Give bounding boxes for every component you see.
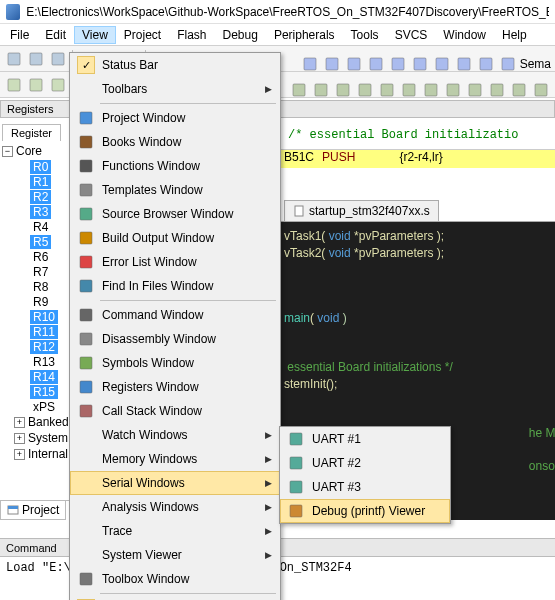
tool-btn-5[interactable] — [410, 54, 430, 74]
reset-button[interactable] — [4, 75, 24, 95]
tool-btn-1[interactable] — [322, 54, 342, 74]
menu-window[interactable]: Window — [435, 26, 494, 44]
dbg-btn-9[interactable] — [487, 80, 507, 100]
svg-rect-20 — [80, 160, 92, 172]
register-tab[interactable]: Register — [2, 124, 61, 141]
menu-icon — [74, 495, 98, 519]
menu-project[interactable]: Project — [116, 26, 169, 44]
menu-debug[interactable]: Debug — [215, 26, 266, 44]
menu-item-label: Templates Window — [102, 183, 272, 197]
tool-btn-3[interactable] — [366, 54, 386, 74]
view-menu-dropdown: ✓Status BarToolbars▶Project WindowBooks … — [69, 52, 281, 600]
svg-rect-2 — [52, 53, 64, 65]
dbg-btn-6[interactable] — [421, 80, 441, 100]
submenu-icon — [284, 427, 308, 451]
menu-item-toolbars[interactable]: Toolbars▶ — [70, 77, 280, 101]
menu-flash[interactable]: Flash — [169, 26, 214, 44]
submenu-item-uart-1[interactable]: UART #1 — [280, 427, 450, 451]
run-button[interactable] — [26, 75, 46, 95]
menu-item-call-stack-window[interactable]: Call Stack Window — [70, 399, 280, 423]
menu-item-templates-window[interactable]: Templates Window — [70, 178, 280, 202]
expand-icon[interactable]: + — [14, 433, 25, 444]
project-tab[interactable]: Project — [0, 501, 66, 520]
menu-item-status-bar[interactable]: ✓Status Bar — [70, 53, 280, 77]
menu-view[interactable]: View — [74, 26, 116, 44]
save-button[interactable] — [48, 49, 68, 69]
submenu-item-uart-3[interactable]: UART #3 — [280, 475, 450, 499]
dbg-btn-4[interactable] — [377, 80, 397, 100]
svg-rect-54 — [469, 84, 481, 96]
menu-peripherals[interactable]: Peripherals — [266, 26, 343, 44]
dbg-btn-7[interactable] — [443, 80, 463, 100]
tool-btn-9[interactable] — [498, 54, 518, 74]
dbg-btn-0[interactable] — [289, 80, 309, 100]
dbg-btn-8[interactable] — [465, 80, 485, 100]
menu-icon — [74, 274, 98, 298]
register-name: R10 — [30, 310, 58, 324]
menu-item-label: Status Bar — [102, 58, 272, 72]
svg-rect-22 — [80, 208, 92, 220]
open-button[interactable] — [26, 49, 46, 69]
menu-item-analysis-windows[interactable]: Analysis Windows▶ — [70, 495, 280, 519]
svg-rect-46 — [293, 84, 305, 96]
menu-item-command-window[interactable]: Command Window — [70, 303, 280, 327]
tool-btn-8[interactable] — [476, 54, 496, 74]
menu-item-functions-window[interactable]: Functions Window — [70, 154, 280, 178]
menu-item-registers-window[interactable]: Registers Window — [70, 375, 280, 399]
menu-item-find-in-files-window[interactable]: Find In Files Window — [70, 274, 280, 298]
tool-btn-4[interactable] — [388, 54, 408, 74]
register-name: R15 — [30, 385, 58, 399]
menu-file[interactable]: File — [2, 26, 37, 44]
dbg-btn-10[interactable] — [509, 80, 529, 100]
svg-rect-16 — [8, 506, 18, 509]
menu-item-label: Source Browser Window — [102, 207, 272, 221]
submenu-item-uart-2[interactable]: UART #2 — [280, 451, 450, 475]
expand-icon[interactable]: + — [14, 417, 25, 428]
menu-tools[interactable]: Tools — [343, 26, 387, 44]
menu-item-source-browser-window[interactable]: Source Browser Window — [70, 202, 280, 226]
dbg-btn-11[interactable] — [531, 80, 551, 100]
menu-item-label: Memory Windows — [102, 452, 265, 466]
menu-item-toolbox-window[interactable]: Toolbox Window — [70, 567, 280, 591]
tool-btn-7[interactable] — [454, 54, 474, 74]
menu-svcs[interactable]: SVCS — [387, 26, 436, 44]
svg-rect-49 — [359, 84, 371, 96]
tool-btn-2[interactable] — [344, 54, 364, 74]
file-tab-startup[interactable]: startup_stm32f407xx.s — [284, 200, 439, 221]
new-button[interactable] — [4, 49, 24, 69]
file-tab-label: startup_stm32f407xx.s — [309, 204, 430, 218]
tool-btn-6[interactable] — [432, 54, 452, 74]
menu-item-memory-windows[interactable]: Memory Windows▶ — [70, 447, 280, 471]
menu-help[interactable]: Help — [494, 26, 535, 44]
menu-item-system-viewer[interactable]: System Viewer▶ — [70, 543, 280, 567]
serial-windows-submenu: UART #1UART #2UART #3Debug (printf) View… — [279, 426, 451, 524]
title-bar: E:\Electronics\WorkSpace\Github-WorkSpac… — [0, 0, 555, 24]
menu-item-serial-windows[interactable]: Serial Windows▶ — [70, 471, 280, 495]
menu-item-books-window[interactable]: Books Window — [70, 130, 280, 154]
menu-item-error-list-window[interactable]: Error List Window — [70, 250, 280, 274]
menu-item-disassembly-window[interactable]: Disassembly Window — [70, 327, 280, 351]
menu-item-label: Error List Window — [102, 255, 272, 269]
submenu-item-debug-printf-viewer[interactable]: Debug (printf) Viewer — [280, 499, 450, 523]
menu-edit[interactable]: Edit — [37, 26, 74, 44]
svg-rect-10 — [52, 79, 64, 91]
stop-button[interactable] — [48, 75, 68, 95]
menu-icon: ✓ — [74, 53, 98, 77]
expand-icon[interactable]: + — [14, 449, 25, 460]
menu-item-periodic-window-update[interactable]: ✓Periodic Window Update — [70, 596, 280, 600]
menu-item-trace[interactable]: Trace▶ — [70, 519, 280, 543]
svg-rect-29 — [80, 381, 92, 393]
semaphore-label: Sema — [520, 57, 551, 71]
menu-item-watch-windows[interactable]: Watch Windows▶ — [70, 423, 280, 447]
dbg-btn-5[interactable] — [399, 80, 419, 100]
dbg-btn-3[interactable] — [355, 80, 375, 100]
collapse-icon[interactable]: − — [2, 146, 13, 157]
menu-item-build-output-window[interactable]: Build Output Window — [70, 226, 280, 250]
tool-btn-0[interactable] — [300, 54, 320, 74]
menu-item-project-window[interactable]: Project Window — [70, 106, 280, 130]
dbg-btn-2[interactable] — [333, 80, 353, 100]
submenu-item-label: UART #3 — [312, 480, 442, 494]
dbg-btn-1[interactable] — [311, 80, 331, 100]
submenu-arrow-icon: ▶ — [265, 526, 272, 536]
menu-item-symbols-window[interactable]: Symbols Window — [70, 351, 280, 375]
